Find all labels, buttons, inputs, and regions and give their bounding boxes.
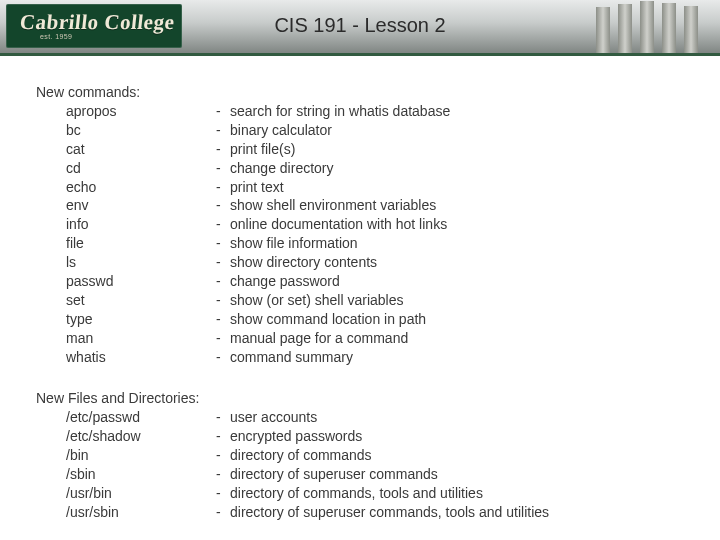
dash: - <box>216 348 230 367</box>
description: show (or set) shell variables <box>230 291 404 310</box>
list-item: bc-binary calculator <box>36 121 549 140</box>
term: env <box>36 196 216 215</box>
list-item: ls-show directory contents <box>36 253 549 272</box>
dash: - <box>216 291 230 310</box>
description: binary calculator <box>230 121 332 140</box>
description: manual page for a command <box>230 329 408 348</box>
description: search for string in whatis database <box>230 102 450 121</box>
files-section: New Files and Directories: /etc/passwd-u… <box>36 390 549 521</box>
dash: - <box>216 215 230 234</box>
files-heading: New Files and Directories: <box>36 390 549 406</box>
dash: - <box>216 196 230 215</box>
description: print file(s) <box>230 140 295 159</box>
dash: - <box>216 253 230 272</box>
list-item: /etc/shadow-encrypted passwords <box>36 427 549 446</box>
description: command summary <box>230 348 353 367</box>
list-item: whatis-command summary <box>36 348 549 367</box>
term: cd <box>36 159 216 178</box>
files-list: /etc/passwd-user accounts/etc/shadow-enc… <box>36 408 549 521</box>
commands-list: apropos-search for string in whatis data… <box>36 102 549 366</box>
list-item: type-show command location in path <box>36 310 549 329</box>
description: show directory contents <box>230 253 377 272</box>
dash: - <box>216 140 230 159</box>
dash: - <box>216 484 230 503</box>
description: directory of commands, tools and utiliti… <box>230 484 483 503</box>
term: passwd <box>36 272 216 291</box>
term: /usr/sbin <box>36 503 216 522</box>
description: user accounts <box>230 408 317 427</box>
description: change directory <box>230 159 334 178</box>
term: cat <box>36 140 216 159</box>
slide-body: New commands: apropos-search for string … <box>36 84 549 540</box>
list-item: /etc/passwd-user accounts <box>36 408 549 427</box>
commands-heading: New commands: <box>36 84 549 100</box>
term: bc <box>36 121 216 140</box>
description: print text <box>230 178 284 197</box>
description: online documentation with hot links <box>230 215 447 234</box>
banner-pillars-art <box>590 0 720 53</box>
list-item: passwd-change password <box>36 272 549 291</box>
term: apropos <box>36 102 216 121</box>
term: /etc/shadow <box>36 427 216 446</box>
description: show file information <box>230 234 358 253</box>
dash: - <box>216 408 230 427</box>
dash: - <box>216 310 230 329</box>
description: directory of commands <box>230 446 372 465</box>
list-item: file-show file information <box>36 234 549 253</box>
term: man <box>36 329 216 348</box>
list-item: /usr/bin-directory of commands, tools an… <box>36 484 549 503</box>
list-item: echo-print text <box>36 178 549 197</box>
term: /bin <box>36 446 216 465</box>
list-item: /usr/sbin-directory of superuser command… <box>36 503 549 522</box>
dash: - <box>216 465 230 484</box>
dash: - <box>216 329 230 348</box>
description: show shell environment variables <box>230 196 436 215</box>
description: directory of superuser commands <box>230 465 438 484</box>
dash: - <box>216 503 230 522</box>
list-item: info-online documentation with hot links <box>36 215 549 234</box>
description: change password <box>230 272 340 291</box>
list-item: cd-change directory <box>36 159 549 178</box>
term: set <box>36 291 216 310</box>
dash: - <box>216 427 230 446</box>
term: whatis <box>36 348 216 367</box>
description: show command location in path <box>230 310 426 329</box>
term: /sbin <box>36 465 216 484</box>
dash: - <box>216 178 230 197</box>
dash: - <box>216 234 230 253</box>
list-item: env-show shell environment variables <box>36 196 549 215</box>
list-item: man-manual page for a command <box>36 329 549 348</box>
term: echo <box>36 178 216 197</box>
dash: - <box>216 159 230 178</box>
dash: - <box>216 121 230 140</box>
description: directory of superuser commands, tools a… <box>230 503 549 522</box>
term: info <box>36 215 216 234</box>
description: encrypted passwords <box>230 427 362 446</box>
commands-section: New commands: apropos-search for string … <box>36 84 549 366</box>
list-item: /sbin-directory of superuser commands <box>36 465 549 484</box>
slide-banner: Cabrillo College est. 1959 CIS 191 - Les… <box>0 0 720 56</box>
list-item: cat-print file(s) <box>36 140 549 159</box>
term: /usr/bin <box>36 484 216 503</box>
dash: - <box>216 446 230 465</box>
term: ls <box>36 253 216 272</box>
list-item: apropos-search for string in whatis data… <box>36 102 549 121</box>
list-item: /bin-directory of commands <box>36 446 549 465</box>
list-item: set-show (or set) shell variables <box>36 291 549 310</box>
dash: - <box>216 272 230 291</box>
term: /etc/passwd <box>36 408 216 427</box>
term: type <box>36 310 216 329</box>
dash: - <box>216 102 230 121</box>
term: file <box>36 234 216 253</box>
